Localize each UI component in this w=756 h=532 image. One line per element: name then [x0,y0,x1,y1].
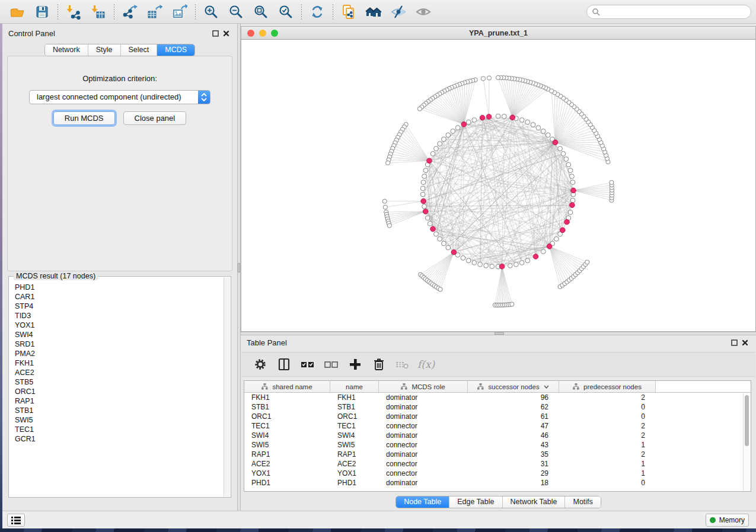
mcds-result-item[interactable]: CAR1 [15,292,224,302]
table-scrollbar[interactable] [743,393,750,491]
mcds-result-item[interactable]: SWI4 [15,330,224,339]
graph-edge[interactable] [422,252,454,276]
select-all-button[interactable] [297,354,318,374]
table-tab-edge-table[interactable]: Edge Table [449,496,502,508]
close-table-panel-button[interactable] [739,337,750,348]
graph-node[interactable] [382,199,387,203]
table-cell[interactable]: 96 [468,393,559,402]
graph-hub-node[interactable] [499,264,505,270]
graph-hub-node[interactable] [427,158,432,164]
graph-node[interactable] [570,180,575,185]
graph-node[interactable] [566,162,571,167]
table-cell[interactable]: 61 [468,412,559,421]
graph-node[interactable] [525,120,530,124]
fit-content-button[interactable] [248,2,273,21]
delete-columns-button[interactable] [368,354,390,374]
delete-table-button[interactable] [392,354,413,374]
table-cell[interactable]: dominator [379,431,468,440]
tab-style[interactable]: Style [88,44,120,56]
column-header-successor-nodes[interactable]: successor nodes [468,381,559,392]
hide-graphics-details-button[interactable] [386,2,411,21]
graph-node[interactable] [519,261,524,265]
table-cell[interactable]: dominator [379,402,468,412]
graph-edge[interactable] [555,122,588,143]
import-network-button[interactable] [61,2,86,21]
graph-edge[interactable] [502,267,508,305]
table-cell[interactable]: SWI5 [330,440,379,450]
table-row[interactable]: SWI5SWI5connector431 [244,440,751,450]
graph-node[interactable] [472,118,477,123]
graph-edge[interactable] [428,252,454,281]
zoom-in-button[interactable] [199,2,224,21]
graph-node[interactable] [438,287,442,291]
table-cell[interactable]: connector [379,440,468,450]
function-builder-button[interactable]: f(x) [416,354,437,374]
graph-hub-node[interactable] [421,198,426,204]
table-cell[interactable]: 35 [468,450,559,459]
table-row[interactable]: PHD1PHD1dominator180 [244,478,751,488]
mcds-result-item[interactable]: ORC1 [15,387,224,396]
create-column-button[interactable] [344,354,366,374]
graph-node[interactable] [570,174,575,179]
table-cell[interactable]: ACE2 [244,459,330,469]
graph-hub-node[interactable] [510,115,515,120]
graph-hub-node[interactable] [533,254,538,259]
mcds-result-item[interactable]: STP4 [15,302,224,311]
graph-edge[interactable] [464,81,473,124]
window-zoom-button[interactable] [271,30,278,37]
graph-node[interactable] [519,118,524,123]
criterion-select[interactable]: largest connected component (undirected) [29,90,210,104]
graph-node[interactable] [550,89,554,93]
graph-edge[interactable] [426,252,454,279]
graph-node[interactable] [531,123,535,127]
mcds-result-item[interactable]: GCR1 [15,434,224,444]
table-cell[interactable]: RAP1 [244,450,330,459]
deselect-all-button[interactable] [321,354,342,374]
graph-node[interactable] [496,75,500,79]
graph-hub-node[interactable] [571,188,576,193]
clone-network-button[interactable] [336,2,361,21]
table-tab-network-table[interactable]: Network Table [502,496,565,508]
graph-node[interactable] [438,236,442,241]
graph-edge[interactable] [503,78,512,117]
table-cell[interactable]: ACE2 [330,459,379,469]
mcds-result-item[interactable]: TEC1 [15,425,224,434]
divider-grip[interactable] [238,263,240,273]
network-canvas[interactable] [241,40,755,331]
graph-node[interactable] [441,241,446,246]
graph-node[interactable] [541,129,546,134]
graph-edge[interactable] [502,267,512,305]
table-cell[interactable]: FKH1 [330,393,379,402]
table-row[interactable]: ORC1ORC1dominator610 [244,412,751,421]
graph-edge[interactable] [435,252,454,286]
table-cell[interactable]: SWI4 [244,431,330,440]
graph-node[interactable] [420,192,425,197]
graph-node[interactable] [502,114,506,119]
table-tab-motifs[interactable]: Motifs [564,496,600,508]
export-image-button[interactable] [167,2,192,21]
float-panel-button[interactable] [210,28,221,39]
graph-hub-node[interactable] [570,203,575,208]
table-cell[interactable]: dominator [379,393,468,402]
task-history-button[interactable] [7,514,25,527]
table-cell[interactable]: TEC1 [330,421,379,431]
graph-hub-node[interactable] [547,244,552,249]
table-cell[interactable]: 46 [468,431,559,440]
graph-node[interactable] [434,146,439,151]
graph-edge[interactable] [423,201,535,257]
mcds-result-item[interactable]: PMA2 [15,349,224,358]
table-scrollbar-thumb[interactable] [745,395,749,446]
graph-node[interactable] [446,245,451,250]
refresh-view-button[interactable] [305,2,330,21]
graph-edge[interactable] [555,107,574,142]
graph-node[interactable] [541,249,546,254]
graph-edge[interactable] [555,142,605,152]
mcds-result-item[interactable]: STB1 [15,406,224,415]
graph-node[interactable] [570,198,575,203]
graph-hub-node[interactable] [560,227,566,233]
graph-node[interactable] [434,232,439,236]
graph-edge[interactable] [573,185,612,190]
window-close-button[interactable] [247,30,254,37]
graph-hub-node[interactable] [461,122,467,127]
table-cell[interactable]: 29 [468,469,559,478]
